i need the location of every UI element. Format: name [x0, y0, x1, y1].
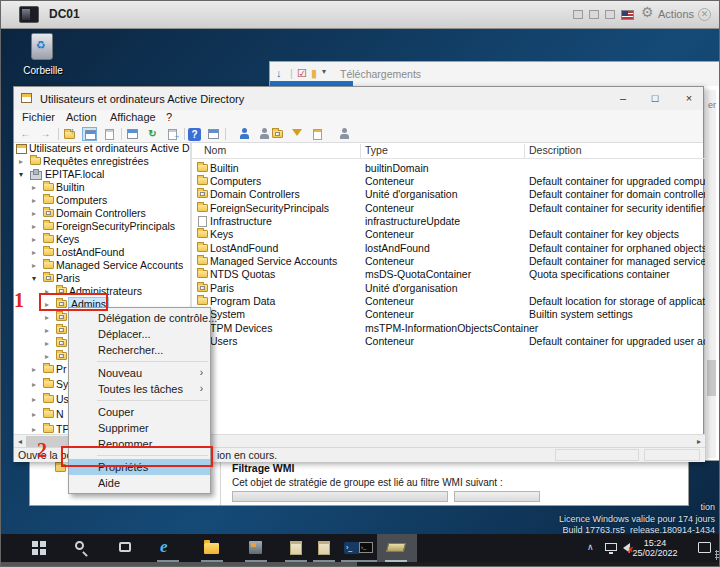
menu-item-aide[interactable]: Aide: [69, 475, 210, 491]
window-button[interactable]: [589, 10, 599, 19]
dropdown-caret-icon[interactable]: ▾: [322, 67, 326, 76]
gear-icon[interactable]: ⚙: [641, 4, 654, 20]
help-icon[interactable]: ?: [188, 128, 201, 141]
menu-fichier[interactable]: Fichier: [22, 111, 55, 123]
minimize-button[interactable]: –: [610, 89, 636, 107]
tree-item-computers[interactable]: ▸Computers: [14, 194, 190, 207]
maximize-button[interactable]: □: [642, 89, 668, 107]
list-row[interactable]: Program DataConteneurDefault location fo…: [192, 295, 705, 308]
language-flag-icon[interactable]: [621, 10, 634, 20]
wmi-filter-button[interactable]: [454, 491, 540, 502]
vm-console-screen: Corbeille tion Licence Windows valide po…: [0, 0, 720, 567]
menu-action[interactable]: Action: [66, 111, 97, 123]
scroll-left-icon[interactable]: ◂: [14, 436, 26, 447]
recycle-bin[interactable]: Corbeille: [17, 33, 69, 81]
menu-item-couper[interactable]: Couper: [69, 404, 210, 420]
taskbar-server-manager[interactable]: [241, 534, 271, 562]
watermark-license: Licence Windows valide pour 174 jours: [559, 514, 715, 524]
column-description[interactable]: Description: [529, 144, 582, 156]
tree-item-saved-queries[interactable]: ▸Requêtes enregistrées: [14, 155, 190, 168]
vm-console-titlebar[interactable]: DC01 ⚙ Actions ✕: [1, 1, 720, 29]
volume-muted-icon[interactable]: ✗: [623, 543, 630, 553]
checkbox-icon[interactable]: ☑: [297, 67, 307, 80]
window-button[interactable]: [605, 10, 615, 19]
annotation-box-1: [39, 293, 108, 311]
folder-icon[interactable]: ▮: [311, 67, 317, 80]
tree-item-fsp[interactable]: ▸ForeignSecurityPrincipals: [14, 220, 190, 233]
menu-aide[interactable]: ?: [166, 111, 172, 123]
tree-item-domain[interactable]: ▾EPITAF.local: [14, 168, 190, 181]
filter-icon[interactable]: [290, 127, 305, 141]
action-center-icon[interactable]: [698, 542, 711, 553]
actions-menu[interactable]: Actions: [658, 8, 694, 20]
explorer-scrollbar[interactable]: [707, 90, 716, 458]
taskbar-gpmc[interactable]: [281, 534, 311, 562]
tree-item-domain-controllers[interactable]: ▸Domain Controllers: [14, 207, 190, 220]
clipboard-icon[interactable]: [102, 127, 117, 141]
search-button[interactable]: [67, 534, 97, 562]
list-row[interactable]: TPM DevicesmsTPM-InformationObjectsConta…: [192, 322, 705, 335]
delegate-icon[interactable]: [330, 127, 345, 141]
column-nom[interactable]: Nom: [204, 144, 226, 156]
list-row[interactable]: UsersConteneurDefault container for upgr…: [192, 335, 705, 348]
window-button[interactable]: [573, 10, 583, 19]
clock-date: 25/02/2022: [631, 548, 679, 558]
tree-item-builtin[interactable]: ▸Builtin: [14, 181, 190, 194]
export-list-icon[interactable]: →: [165, 127, 180, 141]
back-icon[interactable]: ←: [18, 127, 33, 141]
list-row[interactable]: BuiltinbuiltinDomain: [192, 162, 705, 175]
list-row[interactable]: ComputersConteneurDefault container for …: [192, 175, 705, 188]
list-row[interactable]: NTDS QuotasmsDS-QuotaContainerQuota spec…: [192, 268, 705, 281]
menu-item-delegation[interactable]: Délégation de contrôle...: [69, 310, 210, 326]
resize-grip[interactable]: [715, 550, 720, 560]
menu-affichage[interactable]: Affichage: [110, 111, 156, 123]
column-type[interactable]: Type: [365, 144, 388, 156]
taskbar-file-explorer[interactable]: [197, 534, 227, 562]
downloads-arrow-icon[interactable]: ↓: [276, 67, 282, 79]
menu-item-deplacer[interactable]: Déplacer...: [69, 326, 210, 342]
tree-item-paris[interactable]: ▾Paris: [14, 272, 190, 285]
console-window-icon[interactable]: [82, 127, 97, 141]
forward-icon[interactable]: →: [38, 127, 53, 141]
annotation-box-2: [61, 446, 213, 467]
hidden-icons-chevron[interactable]: ∧: [587, 542, 594, 552]
taskbar-gpo-editor[interactable]: [309, 534, 339, 562]
aduc-titlebar[interactable]: Utilisateurs et ordinateurs Active Direc…: [14, 87, 703, 110]
tree-item-root[interactable]: Utilisateurs et ordinateurs Active Direc…: [14, 142, 190, 155]
policy-icon[interactable]: [310, 127, 325, 141]
tree-item-msa[interactable]: ▸Managed Service Accounts: [14, 259, 190, 272]
menu-item-supprimer[interactable]: Supprimer: [69, 420, 210, 436]
taskbar-aduc-active[interactable]: [377, 534, 417, 562]
wmi-filter-dropdown[interactable]: [232, 491, 448, 502]
list-row[interactable]: Managed Service AccountsConteneurDefault…: [192, 255, 705, 268]
list-row[interactable]: SystemConteneurBuiltin system settings: [192, 308, 705, 321]
menu-item-toutes-les-taches[interactable]: Toutes les tâches›: [69, 381, 210, 397]
task-view-button[interactable]: [111, 534, 141, 562]
add-ou-icon[interactable]: [270, 127, 285, 141]
menu-item-rechercher[interactable]: Rechercher...: [69, 342, 210, 358]
properties-icon[interactable]: [125, 127, 140, 141]
list-row[interactable]: LostAndFoundlostAndFoundDefault containe…: [192, 242, 705, 255]
list-row[interactable]: ParisUnité d'organisation: [192, 282, 705, 295]
up-one-level-icon[interactable]: ↑: [62, 127, 77, 141]
menu-item-nouveau[interactable]: Nouveau›: [69, 365, 210, 381]
scroll-right-icon[interactable]: ▸: [693, 436, 705, 447]
list-row[interactable]: ForeignSecurityPrincipalsConteneurDefaul…: [192, 202, 705, 215]
window-icon[interactable]: [206, 127, 221, 141]
refresh-icon[interactable]: ↻: [145, 127, 160, 141]
close-icon[interactable]: ✕: [698, 8, 711, 21]
add-group-icon[interactable]: [250, 127, 265, 141]
taskbar-internet-explorer[interactable]: e: [153, 534, 183, 562]
start-button[interactable]: [25, 534, 55, 562]
tree-item-lostandfound[interactable]: ▸LostAndFound: [14, 246, 190, 259]
taskbar-clock[interactable]: 15:24 25/02/2022: [631, 538, 679, 558]
list-row[interactable]: Domain ControllersUnité d'organisationDe…: [192, 188, 705, 201]
internet-explorer-icon: e: [160, 537, 168, 557]
network-icon[interactable]: [605, 543, 617, 551]
list-row[interactable]: InfrastructureinfrastructureUpdate: [192, 215, 705, 228]
search-icon: [75, 541, 84, 550]
tree-item-keys[interactable]: ▸Keys: [14, 233, 190, 246]
add-user-icon[interactable]: [230, 127, 245, 141]
list-row[interactable]: KeysConteneurDefault container for key o…: [192, 228, 705, 241]
close-button[interactable]: ×: [676, 89, 702, 107]
